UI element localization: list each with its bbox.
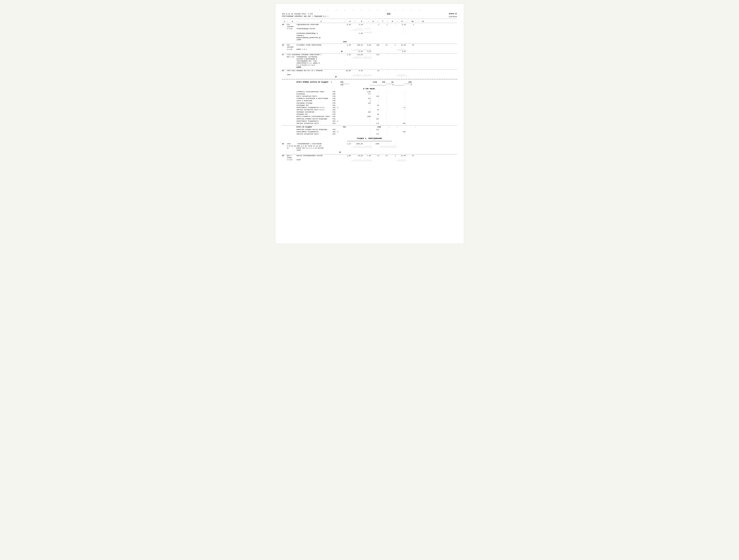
entry-48-code: 2485-3823, -: [287, 70, 297, 74]
entry-50-code2: 1-6-82: [287, 159, 297, 161]
entry-50-num: 50: [282, 155, 287, 157]
entry-50-v5: 28,68: [351, 155, 363, 157]
entry-47-code: С13а-1639СН-: [287, 54, 297, 56]
entry-47-kompla: КОМПЛ.: [297, 66, 304, 68]
doc-number: 21878244: [449, 16, 457, 18]
entry-47-v11: -: [407, 54, 415, 56]
entry-45-desc5: ВОДОСНАБЖЕНИЯ,ДИАМЕТРОМ ДО: [297, 37, 321, 39]
col-header-6: 6: [369, 20, 377, 22]
header-right: 22619-11 21878244: [449, 13, 457, 18]
entry-50: 50 Ш18-1-2СНИП- МОНТАЖ ТЕПЛООБМЕННИКА МА…: [282, 155, 457, 161]
entry-49-v4: 1,33: [343, 143, 351, 145]
entry-45-code2: 4-5-82: [287, 28, 297, 30]
entry-45: 45 Е16-228СНИП- ГИДРАВЛИЧЕСКОЕ ИСПЫТАНИЕ…: [282, 24, 457, 43]
entry-45-v4: 0,36: [343, 24, 351, 26]
entry-45-v6b: -: [363, 32, 372, 35]
column-headers: 1 : 2 : 3 : 4 : 5 : 6 : 7 : 8 : 9 : 10 :…: [282, 20, 457, 23]
entry-49-desc1: -ТЕПЛООБМЕННИК С ПЛАСТИНАМИ: [297, 143, 343, 145]
entry-49-v7: 1060: [372, 143, 380, 145]
entry-45-code: Е16-228СНИП-: [287, 24, 297, 28]
entry-49-code: 2303: [287, 143, 297, 145]
entry-47: 47 С13а-1639СН- УЗЛЫ ТЕПЛОВЫЕ ЭЛЕВАТОРНЫ…: [282, 54, 457, 68]
entry-45-v6: -: [363, 24, 372, 26]
entry-49-v10: -: [397, 143, 407, 145]
col-header-1: 1: [282, 20, 287, 22]
col-header-11: 11: [419, 20, 427, 22]
entry-46-desc2: НОМЕР 1 И 2: [297, 48, 343, 50]
entry-46-num: 46: [282, 44, 287, 46]
entry-47-v7: 114: [372, 54, 380, 56]
entry-45-unit: 100М: [343, 41, 351, 43]
entry-49-desc4: 303КГ: [297, 149, 301, 151]
totals-direct-v11: 224: [404, 81, 412, 83]
col-header-10: 10: [408, 20, 418, 22]
entry-49-v9: -: [388, 143, 397, 145]
entry-45-v11b: -: [407, 32, 415, 35]
entry-45-desc4: ГОРЯЧЕГО: [297, 35, 304, 37]
entry-45-desc2: ТРУБОПРОВОДОВ СИСТЕМ: [297, 28, 343, 30]
entry-48-num: 48: [282, 70, 287, 72]
entry-48-unit: ШТ: [282, 76, 339, 78]
entry-46-v10: 19,38: [397, 44, 407, 46]
entry-45-v5b: 3,80: [351, 32, 363, 35]
entry-45-v7: 2: [372, 24, 380, 26]
entry-45-desc: ГИДРАВЛИЧЕСКОЕ ИСПЫТАНИЕ: [297, 24, 343, 26]
sub-item-1-label: СТОИМОСТЬ САНТЕХНИЧЕСКИХ РАБОТ -: [297, 91, 333, 93]
entry-47-v10: -: [397, 54, 407, 56]
entry-45-num: 45: [282, 24, 287, 26]
entry-46-v5a: 190,25: [351, 44, 363, 46]
entry-50-v8: 13: [380, 155, 388, 157]
totals-direct-v7: 1140: [370, 81, 378, 83]
entry-48-v4: 48,00: [343, 70, 351, 72]
totals-direct-section: ИТОГО ПРЯМЫЕ ЗАТРАТЫ ПО РАЗДЕЛУ 1 РУБ. 1…: [282, 81, 457, 86]
entry-46-v4: 1,28: [343, 44, 351, 46]
entry-46-v7: 190: [372, 44, 380, 46]
entry-45-v9: -: [388, 24, 397, 26]
razdel-totals: ИТОГО ПО РАЗДЕЛУ РУБ. 1388 - - - НОРМАТИ…: [282, 126, 457, 135]
entry-50-v4: 1,00: [343, 155, 351, 157]
header-divider: [282, 19, 457, 19]
doc-reference-line2: ПРОГРАММНЫЙ КОМПЛЕКС АВС-ЗЕС ( РЕДАКЦИЯ …: [282, 15, 328, 18]
col-header-5: 5: [356, 20, 368, 22]
entry-45-v5a: 4,29: [351, 24, 363, 26]
entry-45-desc3: ОТОПЛЕНИЯ,ВОДОПРОВОДА И: [297, 32, 343, 35]
page-header: 291-8-21.87 Альбом VIII, ч.III ПРОГРАММН…: [282, 13, 457, 18]
entry-47-num: 47: [282, 54, 287, 56]
sub-item-2-label: МАТЕРИАЛЫ -: [297, 93, 333, 95]
entry-47-desc5: ЭЛЕВАТОРНОГО-1,2, ДЛИНА В: [297, 62, 320, 64]
razdel-total-label: ИТОГО ПО РАЗДЕЛУ: [297, 126, 343, 128]
entry-46-v10b: 0,32: [397, 50, 407, 52]
entry-47-v9: -: [388, 54, 397, 56]
entry-47-desc4: ТРЕХХОДОВЫМИ НОЧ. УЗЛА: [297, 60, 317, 62]
entry-48-v9: -: [388, 70, 397, 72]
entry-46: 46 Е18-202СНИП- УСТАНОВКА УЗЛОВ ЭЛЕВАТОР…: [282, 44, 457, 52]
entry-48-code2: 3088: [287, 74, 297, 76]
subtotals-items: СТОИМОСТЬ САНТЕХНИЧЕСКИХ РАБОТ - РУБ. 11…: [282, 91, 457, 125]
entry-50-v6: 1,82: [363, 155, 372, 157]
razdel2-equals: ========================================…: [282, 140, 457, 142]
entry-49-unit: ШТ: [282, 151, 343, 153]
entry-48-desc1: БОБЫШКИ БП1-М27-33 С ПРОБКОЙ: [297, 70, 343, 72]
totals-direct-razdel: 1: [331, 81, 340, 83]
entry-48-v8: -: [380, 70, 388, 72]
entry-48: 48 2485-3823, - БОБЫШКИ БП1-М27-33 С ПРО…: [282, 70, 457, 78]
entry-48-v11: -: [407, 70, 415, 72]
entry-48-v7: 22: [372, 70, 380, 72]
entry-49: 49 2303 -ТЕПЛООБМЕННИК С ПЛАСТИНАМИ 1,33…: [282, 143, 457, 153]
sub-total-header: В ТОМ ЧИСЛЕ:: [282, 88, 457, 90]
entry-46-v8: 12: [380, 44, 388, 46]
header-left: 291-8-21.87 Альбом VIII, ч.III ПРОГРАММН…: [282, 13, 328, 18]
entry-46-v11b: -: [407, 50, 415, 52]
page-number: 315: [328, 13, 449, 15]
entry-48-v5: 0,55: [351, 70, 363, 72]
entry-50-v7: 21: [372, 155, 380, 157]
razdel2-title: РАЗДЕЛ 2. ОБОРУДОВАНИЕ: [282, 137, 457, 140]
entry-49-v11: -: [407, 143, 415, 145]
col-header-7: 7: [379, 20, 387, 22]
doc-reference-line1: 291-8-21.87 Альбом VIII, ч.III: [282, 13, 328, 15]
entry-49-code3: 51: [287, 147, 297, 149]
entry-46-code: Е18-202СНИП-: [287, 44, 297, 48]
entry-46-unit: ШТ: [282, 50, 343, 52]
entry-49-v6: -: [363, 143, 372, 145]
totals-divider-top: [282, 79, 457, 79]
